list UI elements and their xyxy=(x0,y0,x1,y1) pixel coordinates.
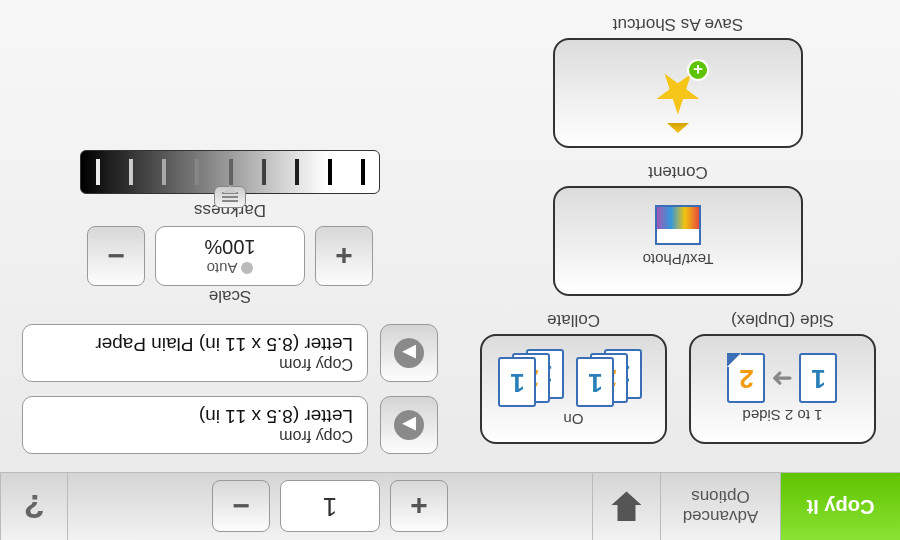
scale-auto-label: Auto xyxy=(207,260,238,277)
collate-caption: On xyxy=(564,412,584,429)
advanced-options-line1: Advanced xyxy=(683,507,759,527)
copy-from-2-box[interactable]: Copy from Letter (8.5 x 11 in) Plain Pap… xyxy=(22,324,368,382)
content-label: Content xyxy=(648,162,708,182)
arrow-down-icon xyxy=(612,492,642,522)
copy-from-2-label: Copy from xyxy=(37,355,353,373)
chevron-right-icon: ▶ xyxy=(394,338,424,368)
copies-group: + 1 − xyxy=(68,473,592,540)
copy-from-1-box[interactable]: Copy from Letter (8.5 x 11 in) xyxy=(22,396,368,454)
scale-percent: 100% xyxy=(204,235,255,258)
shortcut-group: ★ + Save As Shortcut xyxy=(480,14,876,148)
duplex-tile[interactable]: 1 to 2 Sided 1 ➜ 2 xyxy=(689,334,876,444)
advanced-options-button[interactable]: Advanced Options xyxy=(660,473,780,540)
save-shortcut-tile[interactable]: ★ + xyxy=(553,38,803,148)
help-button[interactable]: ? xyxy=(0,473,68,540)
arrow-right-icon: ➜ xyxy=(772,363,794,394)
scale-plus-button[interactable]: + xyxy=(315,226,373,286)
duplex-label: Side (Duplex) xyxy=(689,310,876,330)
options-panel: 1 to 2 Sided 1 ➜ 2 Side (Duplex) On xyxy=(460,0,900,472)
copy-from-field-1: ▶ Copy from Letter (8.5 x 11 in) xyxy=(22,396,438,454)
content-tile[interactable]: Text/Photo xyxy=(553,186,803,296)
scale-auto-row: Auto xyxy=(207,260,254,277)
scale-label: Scale xyxy=(22,286,438,306)
page-front-icon: 1 xyxy=(800,354,838,404)
collate-label: Collate xyxy=(480,310,667,330)
duplex-group: 1 to 2 Sided 1 ➜ 2 Side (Duplex) xyxy=(689,310,876,444)
top-toolbar: Copy It Advanced Options + 1 − ? xyxy=(0,472,900,540)
parameters-panel: ▶ Copy from Letter (8.5 x 11 in) ▶ Copy … xyxy=(0,0,460,472)
page-back-icon: 2 xyxy=(728,354,766,404)
scale-display[interactable]: Auto 100% xyxy=(155,226,305,286)
copy-from-field-2: ▶ Copy from Letter (8.5 x 11 in) Plain P… xyxy=(22,324,438,382)
copies-minus-button[interactable]: − xyxy=(212,481,270,533)
content-caption: Text/Photo xyxy=(643,252,714,269)
copies-count-field[interactable]: 1 xyxy=(280,481,380,533)
star-top-icon xyxy=(667,123,689,133)
copies-plus-button[interactable]: + xyxy=(390,481,448,533)
chevron-right-icon: ▶ xyxy=(394,410,424,440)
content-group: Text/Photo Content xyxy=(480,162,876,296)
copy-from-2-value: Letter (8.5 x 11 in) Plain Paper xyxy=(37,333,353,355)
advanced-options-line2: Options xyxy=(683,487,759,507)
collate-tile[interactable]: On 121 121 xyxy=(480,334,667,444)
duplex-caption: 1 to 2 Sided xyxy=(742,408,822,425)
darkness-group: Darkness xyxy=(22,150,438,220)
page-down-button[interactable] xyxy=(592,473,660,540)
shortcut-label: Save As Shortcut xyxy=(613,14,743,34)
main-area: 1 to 2 Sided 1 ➜ 2 Side (Duplex) On xyxy=(0,0,900,472)
scale-minus-button[interactable]: − xyxy=(87,226,145,286)
collate-group: On 121 121 Collate xyxy=(480,310,667,444)
copy-it-button[interactable]: Copy It xyxy=(780,473,900,540)
darkness-slider-thumb[interactable] xyxy=(214,186,246,208)
indicator-dot-icon xyxy=(241,263,253,275)
photo-icon xyxy=(655,206,701,246)
question-icon: ? xyxy=(24,487,45,526)
copy-from-1-go-button[interactable]: ▶ xyxy=(380,396,438,454)
plus-badge-icon: + xyxy=(687,59,709,81)
copy-from-1-label: Copy from xyxy=(37,427,353,445)
copy-from-1-value: Letter (8.5 x 11 in) xyxy=(37,405,353,427)
collate-stack-a-icon: 121 xyxy=(583,350,643,408)
copy-from-2-go-button[interactable]: ▶ xyxy=(380,324,438,382)
scale-group: + Auto 100% − xyxy=(22,226,438,286)
collate-stack-b-icon: 121 xyxy=(505,350,565,408)
star-icon: ★ + xyxy=(653,65,703,121)
options-row-top: 1 to 2 Sided 1 ➜ 2 Side (Duplex) On xyxy=(480,310,876,444)
